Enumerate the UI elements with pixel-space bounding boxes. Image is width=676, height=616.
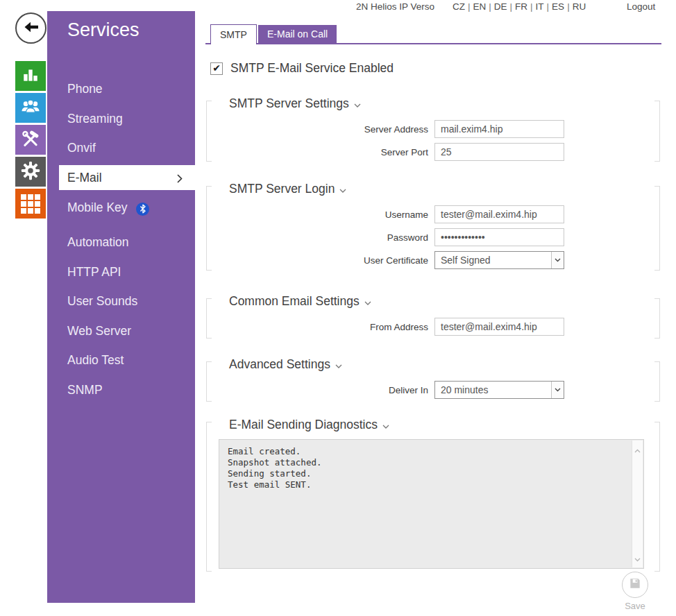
from-address-label: From Address	[205, 322, 434, 332]
gear-icon	[20, 160, 41, 184]
nav-tile-services[interactable]	[15, 157, 46, 187]
server-port-input[interactable]	[434, 143, 564, 161]
back-button[interactable]	[15, 12, 47, 44]
smtp-enabled-label: SMTP E-Mail Service Enabled	[230, 61, 394, 76]
sidebar-item-audio-test[interactable]: Audio Test	[67, 353, 124, 368]
username-input[interactable]	[434, 205, 564, 223]
section-title: E-Mail Sending Diagnostics	[229, 418, 378, 432]
section-collapse-icon[interactable]	[382, 420, 389, 432]
deliver-in-select[interactable]: 20 minutes	[434, 381, 564, 399]
section-title: Advanced Settings	[229, 357, 330, 372]
sidebar-item-email[interactable]: E-Mail	[59, 165, 195, 190]
user-certificate-select[interactable]: Self Signed	[434, 251, 564, 269]
section-advanced-settings: Advanced Settings Deliver In 20 minutes	[205, 353, 660, 402]
sidebar-item-http-api[interactable]: HTTP API	[67, 265, 121, 280]
back-arrow-icon	[22, 17, 41, 40]
chevron-down-icon	[551, 382, 564, 398]
sidebar-item-user-sounds[interactable]: User Sounds	[67, 294, 137, 309]
section-email-sending-diagnostics: E-Mail Sending Diagnostics Email created…	[205, 413, 660, 572]
section-collapse-icon[interactable]	[364, 296, 371, 309]
sidebar-item-web-server[interactable]: Web Server	[67, 324, 131, 339]
section-common-email-settings: Common Email Settings From Address	[205, 290, 660, 339]
diagnostics-log-text: Email created. Snapshot attached. Sendin…	[219, 440, 643, 497]
services-sidebar: Services Phone Streaming Onvif E-Mail Mo…	[47, 11, 195, 603]
nav-tile-directory[interactable]	[15, 93, 46, 123]
section-collapse-icon[interactable]	[339, 184, 346, 196]
smtp-enabled-row: SMTP E-Mail Service Enabled	[210, 61, 394, 76]
save-button-label: Save	[611, 601, 659, 611]
username-label: Username	[205, 209, 434, 220]
sidebar-item-snmp[interactable]: SNMP	[67, 383, 103, 397]
section-collapse-icon[interactable]	[335, 359, 342, 372]
user-certificate-label: User Certificate	[205, 255, 434, 266]
sidebar-item-streaming[interactable]: Streaming	[67, 112, 123, 126]
sidebar-title: Services	[67, 19, 140, 41]
password-input[interactable]	[434, 228, 564, 246]
section-title: Common Email Settings	[229, 294, 360, 309]
sidebar-item-phone[interactable]: Phone	[67, 82, 103, 96]
sidebar-item-automation[interactable]: Automation	[67, 235, 129, 250]
smtp-enabled-checkbox[interactable]	[210, 62, 223, 75]
server-address-input[interactable]	[434, 120, 564, 138]
section-title: SMTP Server Settings	[229, 96, 349, 111]
chevron-down-icon	[551, 252, 564, 268]
tools-icon	[21, 129, 40, 151]
server-port-label: Server Port	[205, 147, 434, 157]
nav-tile-system[interactable]	[15, 189, 46, 219]
sidebar-item-onvif[interactable]: Onvif	[67, 141, 96, 155]
save-button[interactable]: Save	[611, 572, 659, 611]
scroll-down-icon[interactable]	[634, 552, 641, 565]
deliver-in-label: Deliver In	[205, 385, 434, 395]
diagnostics-scrollbar[interactable]	[632, 440, 643, 567]
from-address-input[interactable]	[434, 318, 564, 336]
diagnostics-log[interactable]: Email created. Snapshot attached. Sendin…	[219, 439, 644, 569]
server-address-label: Server Address	[205, 124, 434, 135]
bar-chart-icon	[22, 66, 40, 87]
main-content: SMTP E-Mail on Call SMTP E-Mail Service …	[205, 0, 664, 616]
bluetooth-icon	[136, 203, 149, 216]
grid-icon	[21, 194, 40, 214]
nav-tile-status[interactable]	[15, 61, 46, 91]
sidebar-item-mobile-key[interactable]: Mobile Key	[67, 200, 149, 216]
tab-smtp[interactable]: SMTP	[210, 24, 257, 44]
section-collapse-icon[interactable]	[354, 99, 361, 111]
section-smtp-server-login: SMTP Server Login Username Password User…	[205, 178, 660, 271]
chevron-right-icon	[177, 173, 183, 186]
floppy-disk-icon	[628, 576, 642, 593]
tab-email-on-call[interactable]: E-Mail on Call	[258, 25, 337, 43]
nav-tile-hardware[interactable]	[15, 125, 46, 155]
users-icon	[20, 96, 41, 120]
scroll-up-icon[interactable]	[634, 443, 641, 456]
section-smtp-server-settings: SMTP Server Settings Server Address Serv…	[205, 92, 660, 162]
password-label: Password	[205, 232, 434, 243]
section-title: SMTP Server Login	[229, 182, 335, 196]
tab-underline	[205, 43, 661, 44]
